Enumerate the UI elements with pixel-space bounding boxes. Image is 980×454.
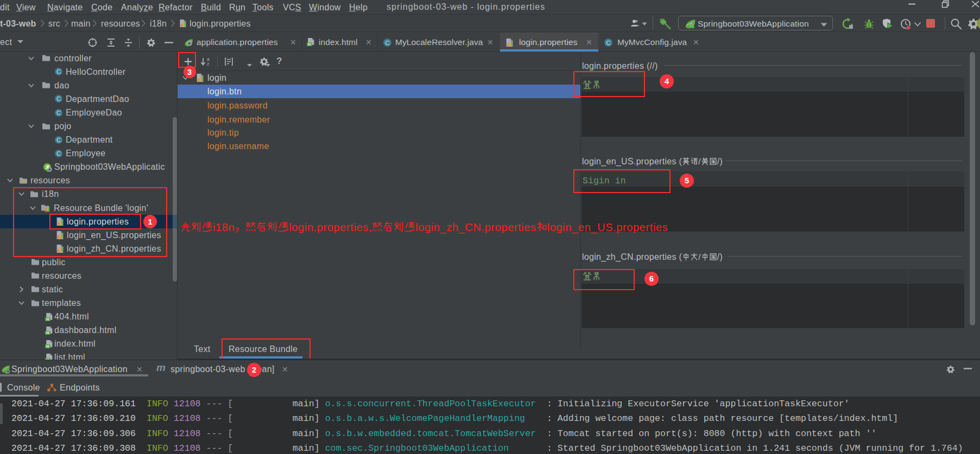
svg-text:z: z xyxy=(207,61,210,66)
